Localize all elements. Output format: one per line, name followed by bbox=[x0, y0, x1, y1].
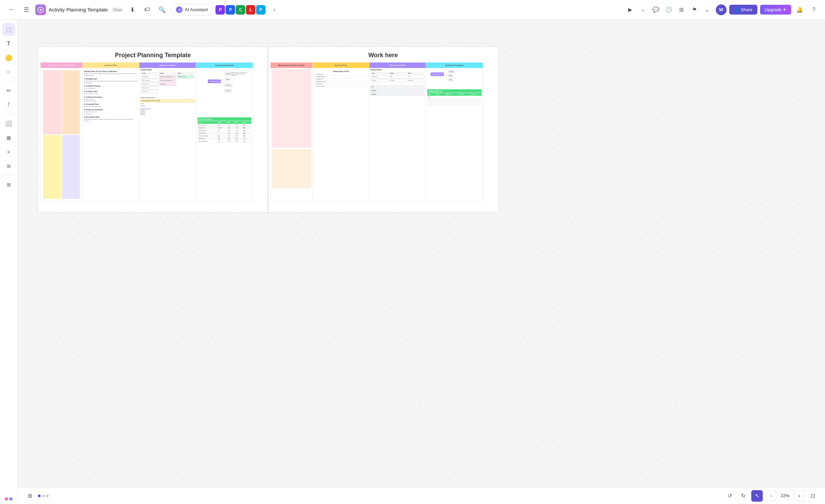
text-tool-button[interactable]: T bbox=[2, 37, 15, 50]
component-tool-button[interactable]: ⊞ bbox=[2, 160, 15, 173]
download-button[interactable]: ⬇ bbox=[126, 4, 138, 16]
thumb-division-left: Division of Work Activity Kanban To-do I… bbox=[139, 62, 196, 202]
thumb-activity-plan-left: Activity Plan Activity Plan of Love Stor… bbox=[83, 62, 139, 202]
layout-tool-button[interactable]: ⊠ bbox=[2, 178, 15, 191]
zoom-level: 22% bbox=[778, 493, 793, 498]
brainstorm-cells bbox=[42, 69, 81, 200]
color-picker[interactable] bbox=[5, 497, 13, 501]
activity-plan-header-left: Activity Plan bbox=[83, 63, 139, 68]
promo-plan-node: Promotion plan bbox=[431, 72, 444, 76]
share-label: Share bbox=[741, 7, 753, 12]
connector-tool-button[interactable]: ⤴ bbox=[2, 98, 15, 111]
kanban-title: Activity Kanban bbox=[140, 69, 195, 71]
table-row: Plan the landing Sage 01.01 01.27 Done bbox=[198, 124, 251, 127]
bottom-toolbar: ⊞ ↺ ↻ ↖ − 22% + ⊡ bbox=[18, 487, 825, 504]
play-button[interactable]: ▶ bbox=[624, 4, 636, 16]
fit-screen-button[interactable]: ⊡ bbox=[807, 490, 818, 501]
undo-button[interactable]: ↺ bbox=[724, 490, 735, 501]
free-badge: Free bbox=[112, 7, 124, 12]
menu-button[interactable]: ☰ bbox=[20, 4, 32, 16]
app-logo bbox=[35, 4, 46, 15]
ai-icon: ✦ bbox=[176, 6, 183, 13]
kanban-board-right: Task Description Properties Doing Task P… bbox=[370, 71, 425, 83]
sticky-tool-button[interactable]: 🟡 bbox=[2, 51, 15, 64]
notification-button[interactable]: 🔔 bbox=[794, 4, 805, 16]
back-button[interactable]: ← bbox=[5, 4, 18, 16]
mm-node-4: Strategy bbox=[225, 89, 232, 92]
bc-4 bbox=[62, 135, 80, 199]
kanban-title-right: Activity Kanban bbox=[370, 69, 425, 71]
doc-section-3: 3. Activity Time bbox=[84, 90, 138, 92]
table-row: Write PR articles Jn 03.08 03.05 Done bbox=[198, 132, 251, 135]
toolbar: ← ☰ Activity Planning Template Free ⬇ 🏷 … bbox=[0, 0, 825, 20]
doc-content-6b: 5.2 Final prizes... bbox=[84, 113, 138, 115]
kanban-col-done: Done Complete setup... bbox=[177, 72, 194, 94]
upgrade-button[interactable]: Upgrade ✦ bbox=[760, 5, 791, 15]
comment-button[interactable]: 💬 bbox=[650, 4, 662, 16]
toolbar-right-icons: ▶ ⬦ 💬 🕐 ⊞ ⚑ ⌄ bbox=[624, 4, 713, 16]
right-frame[interactable]: Work here Brainstorm Activity Theme Acti… bbox=[268, 47, 498, 212]
share-button[interactable]: 👤 Share bbox=[729, 5, 757, 15]
redo-button[interactable]: ↻ bbox=[738, 490, 749, 501]
color-dot-purple bbox=[9, 497, 13, 501]
table-row: Task bbox=[427, 96, 482, 98]
search-button[interactable]: 🔍 bbox=[156, 4, 168, 16]
material-table: Task Person Start End Status bbox=[198, 121, 251, 143]
mm-node-3: Hierarchy bbox=[225, 84, 232, 87]
table-tool-button[interactable]: ▦ bbox=[2, 131, 15, 144]
left-sidebar: ⬚ T 🟡 ○ ✏ ⤴ ⬜ ▦ ≡ ⊞ ⊠ bbox=[0, 20, 18, 504]
tag-button[interactable]: 🏷 bbox=[141, 4, 153, 16]
doc-content-4b: 4.2 Promote the activity bbox=[84, 100, 138, 102]
doc-subtitle-left: Background: This activity template to he… bbox=[84, 73, 138, 77]
present-button[interactable]: ⬦ bbox=[637, 4, 649, 16]
mindmap-area: Promotion plan Objective Target Hierarch… bbox=[198, 69, 251, 117]
prepare-label: Prepare activity materials bbox=[140, 97, 195, 98]
chevron-button[interactable]: ⌄ bbox=[702, 4, 713, 16]
mm-center: Promotion plan bbox=[208, 79, 221, 83]
shape-tool-button[interactable]: ○ bbox=[2, 66, 15, 78]
grid-button[interactable]: ⊞ bbox=[676, 4, 687, 16]
app-icon-3[interactable]: C bbox=[236, 5, 245, 15]
app-icon-5[interactable]: P bbox=[256, 5, 266, 15]
app-icon-1[interactable]: P bbox=[215, 5, 225, 15]
zoom-out-button[interactable]: − bbox=[765, 490, 776, 501]
collapse-button[interactable]: ‹ bbox=[268, 4, 280, 16]
page-dot-3[interactable] bbox=[46, 495, 49, 497]
table-row: Collect stories Sage 02.25 03.27 74 ds bbox=[198, 137, 251, 140]
doc-content-5: Select the best love stories online... bbox=[84, 106, 138, 108]
frame-tool-button[interactable]: ⬜ bbox=[2, 117, 15, 130]
help-button[interactable]: ? bbox=[808, 4, 820, 16]
page-dot-1[interactable] bbox=[38, 495, 41, 497]
table-row: Design patterns Designer 03.01 07.00 Don… bbox=[198, 127, 251, 129]
promotion-header-left: Activity Promotion bbox=[196, 63, 253, 68]
left-frame-label: Project Planning Template bbox=[38, 47, 268, 62]
doc-title-left: Activity Plan of Love Story Collection bbox=[84, 70, 138, 72]
app-icon-4[interactable]: L bbox=[246, 5, 255, 15]
thumb-promotion-right: Activity Promotion Promotion plan Object… bbox=[426, 62, 483, 202]
left-frame[interactable]: Project Planning Template Brainstorm Act… bbox=[38, 47, 268, 212]
page-settings-button[interactable]: ⊞ bbox=[24, 490, 35, 501]
app-icon-2[interactable]: P bbox=[226, 5, 235, 15]
list-tool-button[interactable]: ≡ bbox=[2, 145, 15, 158]
thumb-brainstorm-right: Brainstorm Activity Theme bbox=[270, 62, 313, 202]
bc-1 bbox=[43, 70, 61, 134]
promotion-header-right: Activity Promotion bbox=[426, 63, 483, 68]
right-extra-cards: Task Description Properties bbox=[370, 85, 425, 96]
avatar-button[interactable]: W bbox=[716, 4, 727, 15]
ai-assistant-button[interactable]: ✦ AI Assistant bbox=[171, 4, 213, 16]
cursor-button[interactable]: ↖ bbox=[751, 490, 763, 502]
activity-plan-header-right: Activity Plan bbox=[313, 63, 369, 68]
history-button[interactable]: 🕐 bbox=[663, 4, 674, 16]
table-row: Purchase pillows Jed 03.05 07.00 Done bbox=[198, 129, 251, 132]
canvas-area[interactable]: Project Planning Template Brainstorm Act… bbox=[18, 20, 825, 487]
brainstorm-placeholder2-right bbox=[272, 149, 311, 188]
select-tool-button[interactable]: ⬚ bbox=[2, 23, 15, 36]
color-dots bbox=[5, 497, 13, 501]
pen-tool-button[interactable]: ✏ bbox=[2, 84, 15, 97]
sidebar-divider-2 bbox=[4, 114, 14, 114]
material-title: Activity Material bbox=[198, 117, 251, 121]
page-dot-2[interactable] bbox=[42, 495, 45, 497]
table-row bbox=[427, 104, 482, 105]
zoom-in-button[interactable]: + bbox=[794, 490, 805, 501]
flag-button[interactable]: ⚑ bbox=[689, 4, 700, 16]
